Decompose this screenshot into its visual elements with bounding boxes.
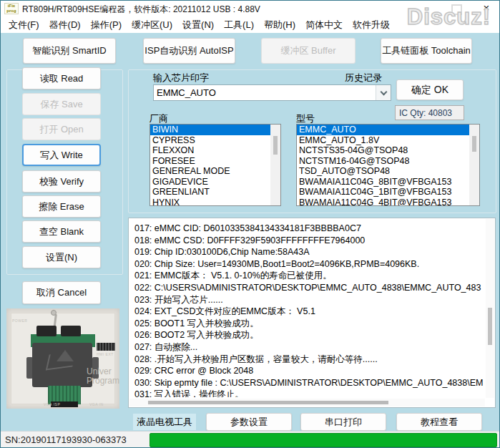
menu-item[interactable]: 简体中文 [300,19,348,31]
window-title: RT809H/RT809HSE编程器，软件版本: 20211012 USB : … [22,4,260,16]
socket-logo-chevron-icon [46,351,76,371]
cancel-button[interactable]: 取消 Cancel [22,281,101,304]
model-item[interactable]: NCTSTS35-04G@TSOP48 [297,145,469,156]
history-label: 历史记录 [345,72,382,84]
log-line: 021: EMMC版本： V5.1. 0-10%的寿命已被使用。 [134,270,484,282]
verify-button[interactable]: 校验 Verify [22,170,101,193]
read-button[interactable]: 读取 Read [22,67,101,89]
scrollbar-thumb[interactable] [273,136,278,155]
log-line: 027: 自动擦除... [134,341,484,354]
manufacturer-scrollbar[interactable] [270,125,280,205]
scrollbar-thumb[interactable] [472,136,476,152]
log-line: 028: .开始写入并校验用户区数据，容量较大，请耐心等待...... [134,354,484,366]
app-icon-text1: iFix [5,4,18,9]
model-item[interactable]: BWAMAIA11C04G_1BIT@VFBGA153 [297,187,469,198]
manufacturer-item[interactable]: GREENLIANT [150,187,270,198]
model-item[interactable]: BWAMAIA11C04G_8BIT@VFBGA153 [297,177,469,188]
socket-latch-right [61,326,81,336]
menu-item[interactable]: 工具(L) [219,19,259,31]
manufacturer-item[interactable]: FLEXXON [150,145,270,156]
socket-lever-knob [51,310,57,316]
ic-qty-panel: IC Qty: 40803 [395,105,464,120]
settings-button[interactable]: 设置(N) [22,246,101,268]
discuz-watermark: Discuz! [407,4,491,30]
log-line: 025: BOOT1 写入并校验成功。 [134,318,484,330]
blank-check-button[interactable]: 查空 Blank [22,220,101,243]
log-lines: 017: eMMC CID: D6010335384134334181F3BBB… [134,223,484,397]
programmer-photo: POWER HMI EXT Univer Program VGA ISP VGA… [6,308,119,409]
app-icon: iFix prog [4,3,19,14]
param-settings-button[interactable]: 参数设置 [206,413,292,431]
menu-item[interactable]: 器件(D) [44,19,86,31]
smart-id-button[interactable]: 智能识别 SmartID [23,38,116,64]
manufacturer-item[interactable]: GENEREAL MODE [150,166,270,177]
serial-print-button[interactable]: 串口打印 [300,413,386,431]
model-item[interactable]: EMMC_AUTO_1.8V [297,135,469,146]
manufacturer-item[interactable]: CYPRESS [150,135,270,146]
manufacturer-item[interactable]: FORESEE [150,156,270,167]
save-button: 保存 Save [22,93,101,115]
log-horizontal-scrollbar[interactable] [129,399,485,406]
vga-isp-label: VGA ISP [44,402,60,406]
scrollbar-thumb[interactable] [488,308,492,345]
model-items: EMMC_AUTOEMMC_AUTO_1.8VNCTSTS35-04G@TSOP… [297,125,469,205]
menu-item[interactable]: 设置(N) [177,19,219,31]
log-vertical-scrollbar[interactable] [486,219,494,398]
lcd-tv-tool-button[interactable]: 液晶电视工具 [133,414,196,430]
log-line: 024: EXT_CSD文件对应的EMMC版本： V5.1 [134,306,484,318]
toolchain-button[interactable]: 工具链面板 Toolchain [381,38,472,64]
chevron-down-icon [380,88,387,95]
open-button: 打开 Open [22,118,101,140]
log-line: 020: Chip Size: User=14930MB,Boot1=Boot2… [134,258,484,271]
log-line: 023: 开始写入芯片...... [134,294,484,306]
chip-input-label: 输入芯片印字 [153,72,209,84]
status-bar: SN:20190117193930-063373 [1,431,499,448]
scrollbar-thumb[interactable] [148,401,388,404]
model-list: EMMC_AUTOEMMC_AUTO_1.8VNCTSTS35-04G@TSOP… [296,124,480,206]
log-console[interactable]: 017: eMMC CID: D6010335384134334181F3BBB… [128,218,496,408]
log-line: 017: eMMC CID: D6010335384134334181F3BBB… [134,223,484,235]
socket-latch-left [36,326,57,336]
log-line: 030: Skip epmty file : C:\USERS\ADMINIST… [134,377,484,389]
brand-line2: Program [87,376,119,386]
menu-item[interactable]: 软件升级 [348,19,395,31]
model-scrollbar[interactable] [469,125,479,205]
hmi-ext-connector [97,343,115,351]
menu-item[interactable]: 操作(P) [86,19,127,31]
auto-isp-button[interactable]: ISP自动识别 AutoISP [143,38,235,64]
app-window: iFix prog RT809H/RT809HSE编程器，软件版本: 20211… [0,0,500,448]
manufacturer-item[interactable]: GIGADEVICE [150,177,270,188]
tutorial-button[interactable]: 教程查看 [396,413,482,431]
model-item[interactable]: TSD_AUTO@TSOP48 [297,166,469,177]
serial-number: SN:20190117193930-063373 [5,434,127,445]
log-line: 031: 写入错误，操作终止。 [134,389,484,397]
menu-item[interactable]: 缓冲区(U) [127,19,177,31]
progress-bar [149,433,497,447]
programmer-brand-text: Univer Program [87,367,119,386]
manufacturer-list: BIWINCYPRESSFLEXXONFORESEEGENEREAL MODEG… [149,124,281,206]
buffer-button: 缓冲区 Buffer [261,38,356,64]
write-button[interactable]: 写入 Write [22,144,101,166]
bga-socket [32,343,92,387]
app-icon-text2: prog [5,9,18,14]
menu-item[interactable]: 文件(F) [4,19,44,31]
model-item[interactable]: BWAMAIA11C04G_4BIT@VFBGA153 [297,198,469,207]
model-item[interactable]: NCTSTM16-04G@TSOP48 [297,156,469,167]
menu-item[interactable]: 帮助(H) [259,19,300,31]
manufacturer-item[interactable]: HYNIX [150,198,270,207]
chip-input-field[interactable] [154,85,376,100]
chip-input-combobox[interactable] [153,84,391,101]
erase-button[interactable]: 擦除 Erase [22,195,101,218]
hmi-ext-label: HMI EXT [97,352,114,356]
combo-dropdown-button[interactable] [376,85,391,100]
vga-in-label: VGA IN [89,402,104,406]
ok-button[interactable]: 确定 OK [396,79,464,100]
log-line: 029: CRC error @ Block 2048 [134,365,484,377]
model-item[interactable]: EMMC_AUTO [297,125,469,135]
log-line: 022: C:\USERS\ADMINISTRATOR\DESKTOP\EMMC… [134,282,484,294]
manufacturer-items: BIWINCYPRESSFLEXXONFORESEEGENEREAL MODEG… [150,125,270,205]
log-line: 019: Chip ID:030100D6,Chip Name:58A43A [134,246,484,258]
log-line: 026: BOOT2 写入并校验成功。 [134,329,484,341]
manufacturer-item[interactable]: BIWIN [150,125,270,135]
power-label: POWER [12,318,27,323]
